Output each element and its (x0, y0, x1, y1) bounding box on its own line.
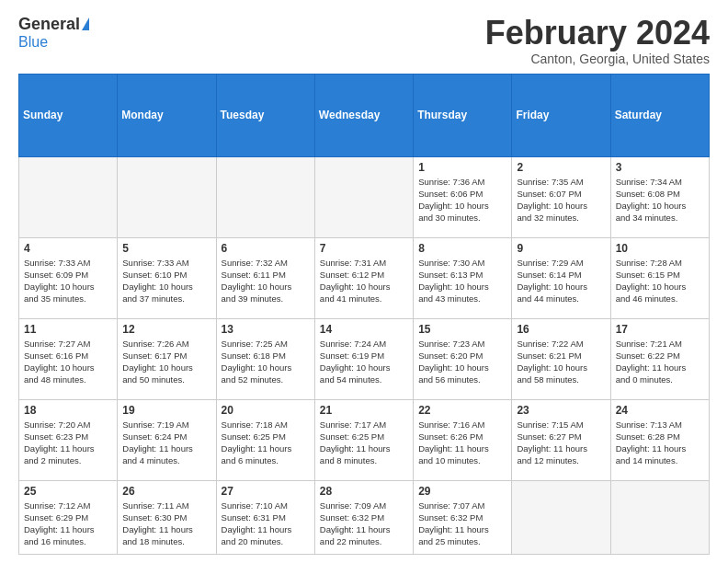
day-header-wednesday: Wednesday (314, 74, 413, 156)
calendar-cell: 24Sunrise: 7:13 AM Sunset: 6:28 PM Dayli… (610, 399, 709, 480)
month-title: February 2024 (485, 15, 710, 52)
day-number: 3 (616, 161, 704, 174)
title-block: February 2024 Canton, Georgia, United St… (485, 15, 710, 66)
day-number: 24 (616, 404, 704, 417)
day-info: Sunrise: 7:31 AM Sunset: 6:12 PM Dayligh… (320, 257, 408, 305)
day-info: Sunrise: 7:35 AM Sunset: 6:07 PM Dayligh… (517, 176, 605, 224)
day-info: Sunrise: 7:27 AM Sunset: 6:16 PM Dayligh… (24, 338, 112, 386)
day-info: Sunrise: 7:12 AM Sunset: 6:29 PM Dayligh… (24, 500, 112, 548)
header: General Blue February 2024 Canton, Georg… (18, 15, 710, 66)
week-row-5: 25Sunrise: 7:12 AM Sunset: 6:29 PM Dayli… (19, 480, 710, 554)
day-info: Sunrise: 7:10 AM Sunset: 6:31 PM Dayligh… (222, 500, 310, 548)
day-number: 23 (517, 404, 605, 417)
day-info: Sunrise: 7:33 AM Sunset: 6:09 PM Dayligh… (24, 257, 112, 305)
calendar-cell: 18Sunrise: 7:20 AM Sunset: 6:23 PM Dayli… (19, 399, 118, 480)
day-number: 11 (24, 323, 112, 336)
location: Canton, Georgia, United States (485, 52, 710, 66)
header-row: SundayMondayTuesdayWednesdayThursdayFrid… (19, 74, 710, 156)
calendar-cell: 4Sunrise: 7:33 AM Sunset: 6:09 PM Daylig… (19, 237, 118, 318)
day-info: Sunrise: 7:33 AM Sunset: 6:10 PM Dayligh… (122, 257, 210, 305)
day-info: Sunrise: 7:13 AM Sunset: 6:28 PM Dayligh… (616, 419, 704, 467)
day-header-friday: Friday (512, 74, 610, 156)
calendar-cell: 21Sunrise: 7:17 AM Sunset: 6:25 PM Dayli… (314, 399, 413, 480)
day-header-sunday: Sunday (19, 74, 118, 156)
day-number: 16 (517, 323, 605, 336)
day-number: 29 (418, 485, 506, 498)
day-number: 6 (222, 242, 310, 255)
calendar-cell: 8Sunrise: 7:30 AM Sunset: 6:13 PM Daylig… (414, 237, 512, 318)
week-row-4: 18Sunrise: 7:20 AM Sunset: 6:23 PM Dayli… (19, 399, 710, 480)
day-info: Sunrise: 7:28 AM Sunset: 6:15 PM Dayligh… (616, 257, 704, 305)
day-info: Sunrise: 7:07 AM Sunset: 6:32 PM Dayligh… (418, 500, 506, 548)
calendar-cell: 16Sunrise: 7:22 AM Sunset: 6:21 PM Dayli… (512, 318, 610, 399)
calendar-cell (314, 156, 413, 237)
day-info: Sunrise: 7:30 AM Sunset: 6:13 PM Dayligh… (418, 257, 506, 305)
calendar-cell: 12Sunrise: 7:26 AM Sunset: 6:17 PM Dayli… (118, 318, 216, 399)
calendar-cell: 25Sunrise: 7:12 AM Sunset: 6:29 PM Dayli… (19, 480, 118, 554)
calendar-cell: 6Sunrise: 7:32 AM Sunset: 6:11 PM Daylig… (216, 237, 314, 318)
logo-icon (82, 17, 89, 30)
day-info: Sunrise: 7:23 AM Sunset: 6:20 PM Dayligh… (418, 338, 506, 386)
day-number: 20 (222, 404, 310, 417)
calendar-cell: 20Sunrise: 7:18 AM Sunset: 6:25 PM Dayli… (216, 399, 314, 480)
day-info: Sunrise: 7:11 AM Sunset: 6:30 PM Dayligh… (122, 500, 210, 548)
logo-blue: Blue (18, 34, 48, 51)
calendar-cell (610, 480, 709, 554)
calendar-cell (512, 480, 610, 554)
day-number: 12 (122, 323, 210, 336)
calendar-cell: 22Sunrise: 7:16 AM Sunset: 6:26 PM Dayli… (414, 399, 512, 480)
day-header-saturday: Saturday (610, 74, 709, 156)
calendar-cell: 13Sunrise: 7:25 AM Sunset: 6:18 PM Dayli… (216, 318, 314, 399)
day-info: Sunrise: 7:29 AM Sunset: 6:14 PM Dayligh… (517, 257, 605, 305)
calendar-cell: 26Sunrise: 7:11 AM Sunset: 6:30 PM Dayli… (118, 480, 216, 554)
day-info: Sunrise: 7:15 AM Sunset: 6:27 PM Dayligh… (517, 419, 605, 467)
day-info: Sunrise: 7:32 AM Sunset: 6:11 PM Dayligh… (222, 257, 310, 305)
logo-text: General (18, 15, 89, 34)
logo-general: General (18, 15, 80, 34)
calendar-cell (216, 156, 314, 237)
day-info: Sunrise: 7:16 AM Sunset: 6:26 PM Dayligh… (418, 419, 506, 467)
day-number: 4 (24, 242, 112, 255)
calendar-cell: 27Sunrise: 7:10 AM Sunset: 6:31 PM Dayli… (216, 480, 314, 554)
calendar-cell: 11Sunrise: 7:27 AM Sunset: 6:16 PM Dayli… (19, 318, 118, 399)
day-number: 28 (320, 485, 408, 498)
calendar-cell: 9Sunrise: 7:29 AM Sunset: 6:14 PM Daylig… (512, 237, 610, 318)
calendar-cell: 28Sunrise: 7:09 AM Sunset: 6:32 PM Dayli… (314, 480, 413, 554)
calendar-cell (118, 156, 216, 237)
calendar-cell: 29Sunrise: 7:07 AM Sunset: 6:32 PM Dayli… (414, 480, 512, 554)
day-info: Sunrise: 7:24 AM Sunset: 6:19 PM Dayligh… (320, 338, 408, 386)
calendar-cell: 23Sunrise: 7:15 AM Sunset: 6:27 PM Dayli… (512, 399, 610, 480)
day-number: 9 (517, 242, 605, 255)
day-number: 26 (122, 485, 210, 498)
week-row-1: 1Sunrise: 7:36 AM Sunset: 6:06 PM Daylig… (19, 156, 710, 237)
day-number: 25 (24, 485, 112, 498)
day-info: Sunrise: 7:26 AM Sunset: 6:17 PM Dayligh… (122, 338, 210, 386)
week-row-2: 4Sunrise: 7:33 AM Sunset: 6:09 PM Daylig… (19, 237, 710, 318)
day-number: 19 (122, 404, 210, 417)
day-number: 8 (418, 242, 506, 255)
day-header-tuesday: Tuesday (216, 74, 314, 156)
calendar-cell: 10Sunrise: 7:28 AM Sunset: 6:15 PM Dayli… (610, 237, 709, 318)
day-number: 5 (122, 242, 210, 255)
calendar-cell: 14Sunrise: 7:24 AM Sunset: 6:19 PM Dayli… (314, 318, 413, 399)
calendar: SundayMondayTuesdayWednesdayThursdayFrid… (18, 74, 710, 555)
day-number: 7 (320, 242, 408, 255)
logo: General Blue (18, 15, 89, 51)
day-info: Sunrise: 7:09 AM Sunset: 6:32 PM Dayligh… (320, 500, 408, 548)
day-info: Sunrise: 7:34 AM Sunset: 6:08 PM Dayligh… (616, 176, 704, 224)
calendar-cell: 7Sunrise: 7:31 AM Sunset: 6:12 PM Daylig… (314, 237, 413, 318)
day-number: 22 (418, 404, 506, 417)
day-number: 17 (616, 323, 704, 336)
day-number: 14 (320, 323, 408, 336)
day-info: Sunrise: 7:25 AM Sunset: 6:18 PM Dayligh… (222, 338, 310, 386)
day-number: 1 (418, 161, 506, 174)
calendar-cell: 2Sunrise: 7:35 AM Sunset: 6:07 PM Daylig… (512, 156, 610, 237)
calendar-cell (19, 156, 118, 237)
calendar-cell: 19Sunrise: 7:19 AM Sunset: 6:24 PM Dayli… (118, 399, 216, 480)
day-number: 21 (320, 404, 408, 417)
week-row-3: 11Sunrise: 7:27 AM Sunset: 6:16 PM Dayli… (19, 318, 710, 399)
calendar-cell: 17Sunrise: 7:21 AM Sunset: 6:22 PM Dayli… (610, 318, 709, 399)
day-number: 18 (24, 404, 112, 417)
calendar-cell: 1Sunrise: 7:36 AM Sunset: 6:06 PM Daylig… (414, 156, 512, 237)
day-number: 27 (222, 485, 310, 498)
